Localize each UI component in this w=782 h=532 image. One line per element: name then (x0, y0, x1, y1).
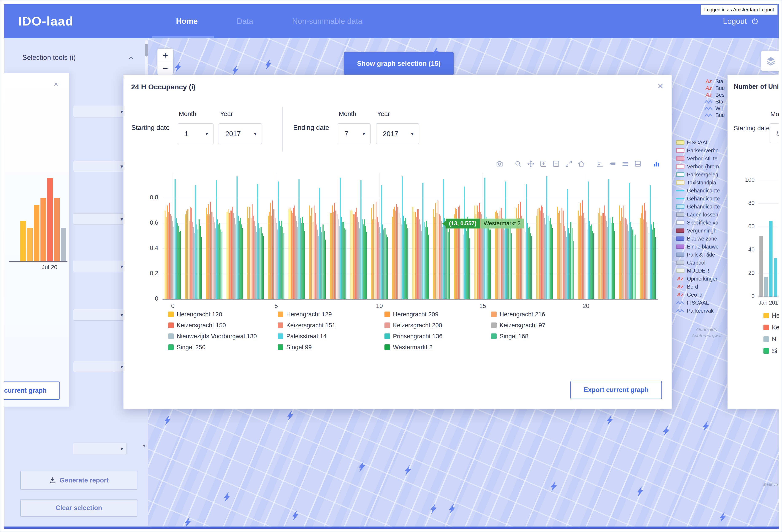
sidebar-scrollbar-thumb[interactable] (145, 44, 148, 57)
bar-paleisstraat-14[interactable] (402, 176, 402, 299)
bar-nieuwezijds-voorburgwal-130[interactable] (339, 226, 340, 299)
close-icon[interactable]: × (54, 80, 58, 89)
bar-singel-250[interactable] (385, 228, 385, 299)
bar-prinsengracht-136[interactable] (568, 228, 569, 299)
bar-singel-99[interactable] (572, 228, 572, 299)
bar-singel-99[interactable] (386, 235, 387, 299)
bar-keizersgracht-97[interactable] (379, 227, 380, 299)
bar-herengracht-129[interactable] (331, 213, 332, 299)
bar-nieuwezijds-voorburgwal-130[interactable] (483, 226, 484, 299)
chart-legend-item[interactable]: Keizersgracht 200 (385, 321, 491, 329)
chart-legend-item[interactable]: Herengracht 129 (278, 310, 385, 318)
bar-paleisstraat-14[interactable] (195, 185, 196, 299)
bar-singel-99[interactable] (241, 224, 242, 299)
bar-keizersgracht-97[interactable] (193, 227, 194, 299)
bar-singel-168[interactable] (301, 223, 301, 299)
bar-herengracht-209[interactable] (373, 204, 374, 299)
charging-marker-icon[interactable] (719, 511, 726, 524)
bar-prinsengracht-136[interactable] (176, 218, 177, 299)
bar-nieuwezijds-voorburgwal-130[interactable] (566, 237, 567, 299)
bar-keizersgracht-151[interactable] (273, 209, 274, 299)
bar-singel-99[interactable] (303, 223, 304, 299)
bar-keizersgracht-150[interactable] (376, 202, 377, 299)
bar-keizersgracht-97[interactable] (585, 223, 586, 299)
bar-westermarkt-2[interactable] (531, 236, 532, 299)
bar-keizersgracht-97[interactable] (317, 229, 318, 299)
bar-herengracht-216[interactable] (643, 219, 644, 299)
bar-keizersgracht-97[interactable] (565, 231, 566, 299)
bar-keizersgracht-97[interactable] (647, 227, 648, 299)
map-legend-item[interactable]: Gehandicapte (676, 194, 726, 203)
map-legend-item[interactable]: Carpool (676, 259, 726, 267)
bar-herengracht-120[interactable] (640, 218, 641, 299)
bar-keizersgracht-97[interactable] (296, 221, 297, 299)
bar-keizersgracht-150[interactable] (603, 213, 604, 299)
bar-herengracht-216[interactable] (395, 211, 396, 299)
bar-herengracht-209[interactable] (270, 203, 271, 299)
bar-herengracht-120[interactable] (247, 207, 248, 299)
overflow-legend-item[interactable]: Sta (704, 98, 726, 105)
bar-herengracht-129[interactable] (269, 212, 270, 299)
bar-singel-250[interactable] (529, 227, 530, 299)
bar-westermarkt-2[interactable] (263, 236, 264, 299)
bar-herengracht-209[interactable] (601, 216, 601, 299)
bar-keizersgracht-150[interactable] (314, 206, 315, 299)
bar-paleisstraat-14[interactable] (278, 181, 279, 299)
bar-paleisstraat-14[interactable] (588, 181, 589, 299)
bar-herengracht-120[interactable] (226, 212, 227, 299)
bar-paleisstraat-14[interactable] (175, 179, 175, 299)
bar-westermarkt-2[interactable] (407, 228, 408, 299)
bar-prinsengracht-136[interactable] (630, 222, 631, 299)
bar-singel-99[interactable] (406, 224, 407, 299)
bar-westermarkt-2[interactable] (346, 229, 346, 299)
bar-singel-99[interactable] (365, 226, 366, 299)
bar-keizersgracht-150[interactable] (210, 202, 211, 299)
bar-herengracht-216[interactable] (313, 222, 313, 299)
bar-singel-168[interactable] (218, 224, 219, 299)
bar-singel-99[interactable] (510, 226, 510, 299)
bar-herengracht-216[interactable] (602, 213, 603, 299)
bar-keizersgracht-200[interactable] (254, 221, 255, 299)
bar-herengracht-129[interactable] (372, 219, 373, 299)
tab-non-summable-data[interactable]: Non-summable data (292, 17, 362, 26)
charging-marker-icon[interactable] (448, 503, 456, 516)
bar-herengracht-216[interactable] (375, 219, 376, 299)
bar-herengracht-120[interactable] (268, 216, 269, 299)
bar-herengracht-209[interactable] (415, 212, 416, 299)
chart-legend-item[interactable]: Ke (763, 323, 780, 331)
charging-marker-icon[interactable] (432, 46, 439, 59)
bar-prinsengracht-136[interactable] (651, 224, 652, 299)
bar-singel-168[interactable] (631, 227, 632, 299)
bar-keizersgracht-97[interactable] (276, 223, 277, 299)
bar-herengracht-209[interactable] (642, 206, 643, 299)
filter-select-5[interactable]: ▾ (73, 309, 127, 321)
bar-singel-250[interactable] (405, 218, 406, 299)
bar-herengracht-120[interactable] (206, 208, 207, 299)
bar-singel-99[interactable] (179, 232, 180, 299)
bar-herengracht-129[interactable] (166, 217, 167, 299)
bar-herengracht-209[interactable] (187, 209, 188, 299)
bar-singel-99[interactable] (489, 229, 490, 299)
map-legend-item[interactable]: AzBord (676, 283, 726, 291)
bar-westermarkt-2[interactable] (325, 240, 326, 299)
chart-legend-item[interactable]: Keizersgracht 97 (491, 321, 598, 329)
tab-data[interactable]: Data (237, 17, 253, 26)
bar-singel-168[interactable] (446, 223, 446, 299)
map-legend-item[interactable]: Parkeervak (676, 307, 726, 315)
bar-paleisstraat-14[interactable] (257, 184, 258, 299)
bar-keizersgracht-200[interactable] (316, 224, 317, 299)
bar-keizersgracht-97[interactable] (235, 218, 235, 299)
bar-keizersgracht-150[interactable] (252, 204, 252, 299)
collapse-chevron-icon[interactable] (128, 55, 135, 61)
bar-singel-99[interactable] (634, 236, 635, 299)
bar-herengracht-129[interactable] (579, 216, 580, 299)
bar-keizersgracht-200[interactable] (378, 222, 379, 299)
bar-prinsengracht-136[interactable] (527, 223, 528, 299)
bar-keizersgracht-97[interactable] (255, 226, 256, 299)
bar-keizersgracht-150[interactable] (231, 211, 232, 299)
bar-keizersgracht-150[interactable] (334, 203, 335, 299)
bar-prinsengracht-136[interactable] (589, 221, 590, 299)
bar-herengracht-209[interactable] (208, 204, 209, 299)
map-legend-item[interactable]: Parkeerverbo (676, 146, 726, 154)
bar-nieuwezijds-voorburgwal-130[interactable] (463, 235, 463, 299)
